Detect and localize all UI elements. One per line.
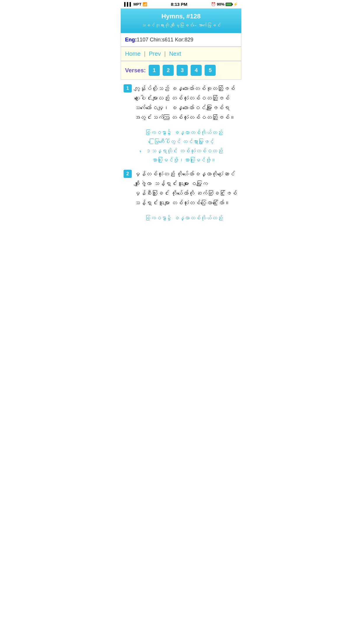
verse-2-header: 2 မှန်တစ်လုံးတည်း ကိုယ်တော်ခန္တာကိုပုံဆေ… — [124, 169, 238, 208]
verse-btn-2[interactable]: 2 — [163, 65, 174, 76]
status-time: 8:13 PM — [171, 2, 187, 7]
header: Hymns, #128 သခင်ဘုရားကို ချီးမွမ်းခြင်း … — [121, 8, 241, 33]
verse-1-number: 1 — [124, 84, 132, 92]
home-link[interactable]: Home — [125, 50, 140, 57]
verse-2-text: မှန်တစ်လုံးတည်း ကိုယ်တော်ခန္တာကိုပုံဆောင… — [134, 169, 238, 208]
battery-icon — [226, 3, 232, 6]
wifi-icon: 📶 — [143, 2, 147, 6]
crossref-row: Eng:1107 Chin:s611 Kor:829 — [121, 33, 241, 47]
crossref-eng-label: Eng: — [125, 37, 137, 43]
verses-label: Verses: — [125, 67, 146, 74]
crossref-chin: Chin:s611 — [150, 37, 173, 43]
verse-1-text: ကျွန်ုပ်တို့သည် ခန္တာတော်တစ်ခုတည်းဖြစ် လ… — [134, 84, 238, 122]
crossref-eng-num: 1107 — [137, 37, 148, 43]
chorus-1-block: စကြဝဠာ၌ ခန္တာတစ်ကိုယ်တည်း မြေကြီးပေါ်တွင… — [129, 128, 238, 164]
hymn-title: Hymns, #128 — [124, 13, 238, 20]
carrier-name: MPT — [133, 2, 141, 6]
verses-row: Verses: 1 2 3 4 5 — [121, 61, 241, 80]
status-carrier: ▌▌▌ MPT 📶 — [124, 2, 147, 6]
nav-row: Home | Prev | Next — [121, 47, 241, 61]
status-bar: ▌▌▌ MPT 📶 8:13 PM ⏰ 90% ⚡ — [121, 0, 241, 8]
chorus-1-text: စကြဝဠာ၌ ခန္တာတစ်ကိုယ်တည်း မြေကြီးပေါ်တွင… — [129, 128, 238, 164]
chorus-2-text: စကြဝဠာ၌ ခန္တာတစ်ကိုယ်တည်း — [129, 214, 238, 223]
nav-sep-1: | — [144, 50, 145, 57]
signal-icon: ▌▌▌ — [124, 2, 132, 6]
status-battery-area: ⏰ 90% ⚡ — [211, 2, 238, 6]
content-area: 1 ကျွန်ုပ်တို့သည် ခန္တာတော်တစ်ခုတည်းဖြစ်… — [121, 80, 241, 232]
verse-btn-3[interactable]: 3 — [177, 65, 188, 76]
verse-1-block: 1 ကျွန်ုပ်တို့သည် ခန္တာတော်တစ်ခုတည်းဖြစ်… — [124, 84, 238, 122]
hymn-subtitle: သခင်ဘုရားကို ချီးမွမ်းခြင်း - အောက်မေ့ခြ… — [124, 22, 238, 29]
charging-icon: ⚡ — [233, 2, 238, 6]
chorus-2-block: စကြဝဠာ၌ ခန္တာတစ်ကိုယ်တည်း — [129, 214, 238, 223]
prev-link[interactable]: Prev — [149, 50, 161, 57]
verse-1-header: 1 ကျွန်ုပ်တို့သည် ခန္တာတော်တစ်ခုတည်းဖြစ်… — [124, 84, 238, 122]
verse-btn-4[interactable]: 4 — [191, 65, 202, 76]
battery-percentage: 90% — [217, 2, 224, 6]
verse-2-number: 2 — [124, 170, 132, 178]
next-link[interactable]: Next — [169, 50, 181, 57]
alarm-icon: ⏰ — [211, 2, 216, 6]
crossref-kor: Kor:829 — [175, 37, 193, 43]
verse-btn-5[interactable]: 5 — [205, 65, 216, 76]
nav-sep-2: | — [164, 50, 166, 57]
verse-2-block: 2 မှန်တစ်လုံးတည်း ကိုယ်တော်ခန္တာကိုပုံဆေ… — [124, 169, 238, 208]
verse-btn-1[interactable]: 1 — [149, 65, 160, 76]
